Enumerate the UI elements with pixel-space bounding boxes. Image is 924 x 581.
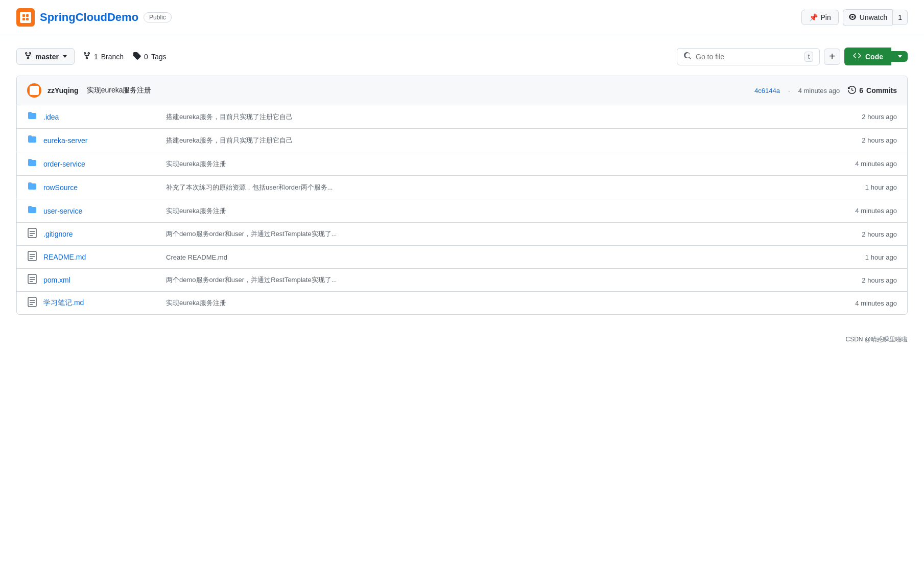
- code-icon: [853, 52, 861, 61]
- table-row: eureka-server 搭建eureka服务，目前只实现了注册它自己 2 h…: [17, 129, 907, 152]
- unwatch-label: Unwatch: [860, 13, 887, 21]
- visibility-badge: Public: [144, 12, 172, 22]
- branches-icon: [83, 52, 91, 61]
- file-time: 2 hours ago: [820, 113, 897, 121]
- file-icon-wrapper: [27, 228, 37, 240]
- branches-count: 1: [94, 53, 98, 61]
- nav-meta: 1 Branch 0 Tags: [83, 52, 167, 61]
- eye-icon: [848, 13, 857, 22]
- file-icon: [28, 251, 37, 263]
- tags-count: 0: [144, 53, 148, 61]
- commits-link[interactable]: 6 Commits: [848, 86, 897, 96]
- pin-icon: 📌: [809, 13, 818, 21]
- unwatch-count-button[interactable]: 1: [892, 10, 908, 25]
- svg-rect-5: [28, 228, 36, 238]
- search-input[interactable]: [696, 53, 800, 61]
- file-commit-msg: 两个demo服务order和user，并通过RestTemplate实现了...: [156, 275, 820, 285]
- file-name[interactable]: 学习笔记.md: [43, 298, 156, 308]
- file-name[interactable]: .gitignore: [43, 230, 156, 238]
- folder-icon: [27, 157, 37, 170]
- svg-rect-2: [22, 18, 25, 20]
- add-button[interactable]: +: [824, 49, 840, 65]
- table-row: user-service 实现eureka服务注册 4 minutes ago: [17, 199, 907, 223]
- file-name[interactable]: .idea: [43, 113, 156, 121]
- file-commit-msg: 搭建eureka服务，目前只实现了注册它自己: [156, 112, 820, 122]
- file-icon-wrapper: [27, 181, 37, 194]
- code-button-group: Code: [844, 48, 908, 65]
- unwatch-button[interactable]: Unwatch: [843, 9, 892, 26]
- tag-icon: [133, 52, 141, 61]
- svg-rect-13: [28, 274, 36, 284]
- folder-icon: [27, 110, 37, 123]
- file-commit-msg: 补充了本次练习的原始资源，包括user和order两个服务...: [156, 183, 820, 192]
- commit-separator: ·: [788, 87, 790, 95]
- file-name[interactable]: user-service: [43, 207, 156, 215]
- pin-label: Pin: [821, 13, 831, 21]
- file-name[interactable]: README.md: [43, 253, 156, 261]
- page-content: master 1 Branch 0 Tags: [0, 35, 924, 327]
- top-header: SpringCloudDemo Public 📌 Pin Unwatch 1: [0, 0, 924, 35]
- watermark: CSDN @晴惑瞬里啪啦: [0, 327, 924, 352]
- file-commit-msg: 实现eureka服务注册: [156, 206, 820, 216]
- file-name[interactable]: rowSource: [43, 183, 156, 192]
- unwatch-count-value: 1: [898, 13, 902, 21]
- svg-rect-3: [26, 18, 29, 20]
- file-table: zzYuqing 实现eureka服务注册 4c6144a · 4 minute…: [16, 76, 908, 315]
- commit-hash: 4c6144a: [754, 87, 780, 95]
- commits-label: Commits: [866, 86, 897, 95]
- search-area: t + Code: [677, 48, 908, 65]
- search-icon: [683, 52, 692, 61]
- table-row: pom.xml 两个demo服务order和user，并通过RestTempla…: [17, 269, 907, 292]
- repo-nav: master 1 Branch 0 Tags: [16, 48, 908, 65]
- tags-label: Tags: [151, 53, 167, 61]
- file-icon-wrapper: [27, 297, 37, 309]
- commit-bar: zzYuqing 实现eureka服务注册 4c6144a · 4 minute…: [17, 76, 907, 105]
- pin-button[interactable]: 📌 Pin: [801, 10, 839, 25]
- commit-avatar: [27, 83, 41, 98]
- code-arrow-button[interactable]: [891, 51, 908, 62]
- header-actions: 📌 Pin Unwatch 1: [801, 9, 908, 26]
- file-time: 2 hours ago: [820, 230, 897, 238]
- svg-rect-9: [28, 251, 36, 261]
- file-icon: [28, 297, 37, 309]
- folder-icon: [27, 181, 37, 194]
- file-name[interactable]: eureka-server: [43, 136, 156, 145]
- table-row: order-service 实现eureka服务注册 4 minutes ago: [17, 152, 907, 176]
- search-kbd: t: [804, 52, 813, 62]
- code-label: Code: [865, 53, 883, 61]
- file-name[interactable]: pom.xml: [43, 276, 156, 284]
- commit-meta: 4c6144a · 4 minutes ago 6 Commits: [754, 86, 897, 96]
- table-row: rowSource 补充了本次练习的原始资源，包括user和order两个服务.…: [17, 176, 907, 199]
- file-icon-wrapper: [27, 110, 37, 123]
- folder-icon: [27, 204, 37, 217]
- search-box: t: [677, 48, 820, 65]
- chevron-down-icon: [898, 55, 902, 58]
- chevron-down-icon: [63, 55, 67, 58]
- table-row: 学习笔记.md 实现eureka服务注册 4 minutes ago: [17, 292, 907, 314]
- file-icon-wrapper: [27, 204, 37, 217]
- commit-author[interactable]: zzYuqing: [48, 86, 79, 95]
- branches-label: Branch: [101, 53, 124, 61]
- file-time: 1 hour ago: [820, 253, 897, 261]
- file-time: 2 hours ago: [820, 276, 897, 284]
- file-icon-wrapper: [27, 251, 37, 263]
- file-rows: .idea 搭建eureka服务，目前只实现了注册它自己 2 hours ago…: [17, 105, 907, 314]
- table-row: README.md Create README.md 1 hour ago: [17, 246, 907, 269]
- table-row: .gitignore 两个demo服务order和user，并通过RestTem…: [17, 223, 907, 246]
- tags-link[interactable]: 0 Tags: [133, 52, 166, 61]
- file-time: 2 hours ago: [820, 136, 897, 144]
- file-commit-msg: 两个demo服务order和user，并通过RestTemplate实现了...: [156, 229, 820, 239]
- code-button[interactable]: Code: [844, 48, 891, 65]
- svg-rect-1: [26, 14, 29, 17]
- repo-name[interactable]: SpringCloudDemo: [40, 11, 138, 24]
- file-name[interactable]: order-service: [43, 160, 156, 168]
- folder-icon: [27, 134, 37, 147]
- file-icon: [28, 274, 37, 286]
- history-icon: [848, 86, 856, 96]
- file-commit-msg: 搭建eureka服务，目前只实现了注册它自己: [156, 136, 820, 145]
- commit-avatar-inner: [30, 86, 39, 95]
- repo-logo: [16, 8, 35, 27]
- unwatch-button-group: Unwatch 1: [843, 9, 908, 26]
- branch-selector[interactable]: master: [16, 48, 75, 65]
- branches-link[interactable]: 1 Branch: [83, 52, 124, 61]
